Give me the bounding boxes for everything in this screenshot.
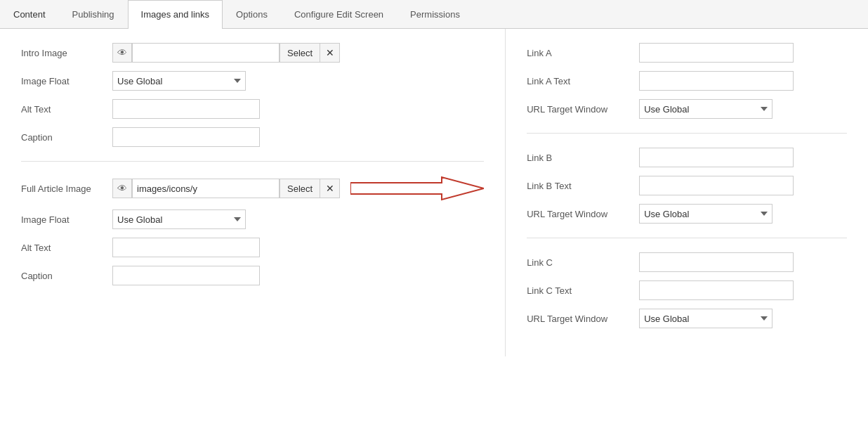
close-icon: ✕ — [326, 47, 334, 58]
tab-publishing[interactable]: Publishing — [59, 0, 128, 28]
full-image-select-button[interactable]: Select — [280, 179, 320, 198]
url-target-c-input: Use Global — [639, 309, 772, 328]
url-target-a-input: Use Global — [639, 99, 772, 119]
full-image-float-input: Use Global — [112, 209, 484, 229]
intro-image-select-button[interactable]: Select — [280, 43, 320, 63]
url-target-c-label: URL Target Window — [527, 314, 639, 324]
full-article-image-label: Full Article Image — [21, 183, 112, 194]
tab-permissions[interactable]: Permissions — [397, 0, 473, 28]
intro-image-input-group: 👁 Select ✕ — [112, 43, 484, 63]
url-target-a-row: URL Target Window Use Global — [527, 99, 847, 119]
full-alt-text-row: Alt Text — [21, 238, 484, 257]
full-caption-row: Caption — [21, 266, 484, 285]
link-a-section: Link A Link A Text URL Target Window Use… — [527, 43, 847, 119]
intro-alt-text-label: Alt Text — [21, 104, 112, 115]
intro-caption-field[interactable] — [112, 127, 260, 147]
tab-images-links[interactable]: Images and links — [128, 0, 223, 29]
full-image-float-label: Image Float — [21, 214, 112, 225]
link-b-label: Link B — [527, 153, 639, 163]
link-b-text-input — [639, 176, 794, 195]
link-b-section: Link B Link B Text URL Target Window Use… — [527, 148, 847, 224]
link-b-input — [639, 148, 794, 167]
intro-image-section: Intro Image 👁 Select ✕ Image Float Us — [21, 43, 484, 147]
intro-alt-text-input — [112, 99, 484, 119]
link-b-text-row: Link B Text — [527, 176, 847, 195]
right-divider-1 — [527, 133, 847, 134]
intro-image-float-select[interactable]: Use Global — [112, 71, 246, 91]
link-b-text-label: Link B Text — [527, 181, 639, 191]
tab-content[interactable]: Content — [0, 0, 59, 28]
full-image-preview-button[interactable]: 👁 — [112, 179, 132, 198]
intro-image-label: Intro Image — [21, 48, 112, 58]
arrow-annotation — [350, 176, 484, 201]
link-a-text-label: Link A Text — [527, 76, 639, 86]
intro-image-row: Intro Image 👁 Select ✕ — [21, 43, 484, 63]
url-target-b-row: URL Target Window Use Global — [527, 204, 847, 224]
link-a-label: Link A — [527, 48, 639, 58]
arrow-icon — [350, 176, 484, 201]
link-c-text-input — [639, 280, 794, 300]
link-c-field[interactable] — [639, 252, 794, 272]
full-article-image-input-group: 👁 images/icons/y Select ✕ — [112, 176, 484, 201]
content-area: Intro Image 👁 Select ✕ Image Float Us — [0, 29, 868, 356]
link-a-text-input — [639, 71, 794, 91]
link-c-text-row: Link C Text — [527, 280, 847, 300]
intro-alt-text-row: Alt Text — [21, 99, 484, 119]
link-c-label: Link C — [527, 257, 639, 268]
svg-marker-0 — [350, 177, 484, 200]
eye-icon: 👁 — [117, 47, 127, 58]
url-target-b-select[interactable]: Use Global — [639, 204, 772, 224]
right-divider-2 — [527, 238, 847, 238]
full-article-image-row: Full Article Image 👁 images/icons/y Sele… — [21, 176, 484, 201]
url-target-c-row: URL Target Window Use Global — [527, 309, 847, 328]
intro-caption-input — [112, 127, 484, 147]
intro-image-float-row: Image Float Use Global — [21, 71, 484, 91]
full-caption-label: Caption — [21, 271, 112, 281]
link-b-row: Link B — [527, 148, 847, 167]
full-image-path-input[interactable]: images/icons/y — [132, 179, 280, 198]
right-panel: Link A Link A Text URL Target Window Use… — [506, 29, 868, 356]
full-alt-text-input — [112, 238, 484, 257]
intro-image-float-input: Use Global — [112, 71, 484, 91]
section-divider-1 — [21, 161, 484, 162]
eye-icon: 👁 — [117, 183, 127, 194]
intro-image-path-input[interactable] — [132, 43, 280, 63]
full-alt-text-field[interactable] — [112, 238, 260, 257]
tab-options[interactable]: Options — [223, 0, 281, 28]
link-c-text-label: Link C Text — [527, 285, 639, 296]
link-b-text-field[interactable] — [639, 176, 794, 195]
link-c-text-field[interactable] — [639, 280, 794, 300]
link-c-input — [639, 252, 794, 272]
full-caption-field[interactable] — [112, 266, 260, 285]
tab-bar: Content Publishing Images and links Opti… — [0, 0, 868, 29]
full-alt-text-label: Alt Text — [21, 243, 112, 253]
url-target-b-input: Use Global — [639, 204, 772, 224]
full-caption-input — [112, 266, 484, 285]
url-target-a-label: URL Target Window — [527, 104, 639, 115]
tab-configure-edit-screen[interactable]: Configure Edit Screen — [281, 0, 397, 28]
intro-caption-label: Caption — [21, 132, 112, 143]
link-a-row: Link A — [527, 43, 847, 63]
link-a-text-field[interactable] — [639, 71, 794, 91]
link-c-section: Link C Link C Text URL Target Window Use… — [527, 252, 847, 328]
close-icon: ✕ — [326, 183, 334, 194]
link-b-field[interactable] — [639, 148, 794, 167]
intro-image-clear-button[interactable]: ✕ — [320, 43, 340, 63]
link-a-text-row: Link A Text — [527, 71, 847, 91]
url-target-c-select[interactable]: Use Global — [639, 309, 772, 328]
intro-image-preview-button[interactable]: 👁 — [112, 43, 132, 63]
intro-alt-text-field[interactable] — [112, 99, 260, 119]
intro-image-float-label: Image Float — [21, 76, 112, 86]
full-image-float-select[interactable]: Use Global — [112, 209, 246, 229]
intro-caption-row: Caption — [21, 127, 484, 147]
link-a-field[interactable] — [639, 43, 794, 63]
url-target-b-label: URL Target Window — [527, 209, 639, 219]
url-target-a-select[interactable]: Use Global — [639, 99, 772, 119]
full-image-float-row: Image Float Use Global — [21, 209, 484, 229]
full-image-clear-button[interactable]: ✕ — [320, 179, 340, 198]
link-a-input — [639, 43, 794, 63]
full-article-image-section: Full Article Image 👁 images/icons/y Sele… — [21, 176, 484, 285]
link-c-row: Link C — [527, 252, 847, 272]
left-panel: Intro Image 👁 Select ✕ Image Float Us — [0, 29, 506, 356]
